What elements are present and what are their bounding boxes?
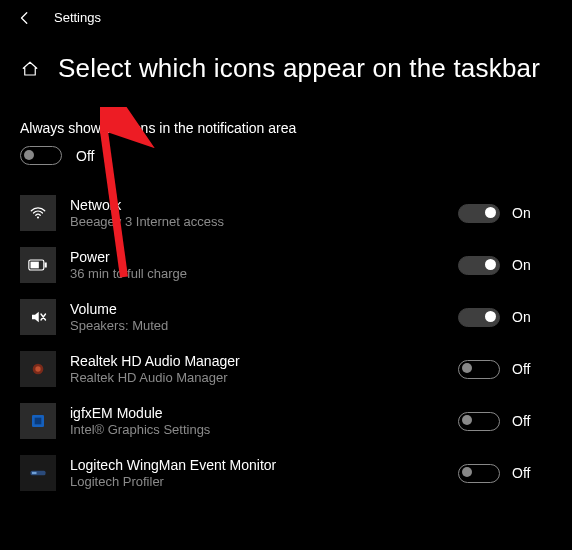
realtek-icon: [20, 351, 56, 387]
row-toggle-wrap: On: [458, 308, 554, 327]
battery-icon: [20, 247, 56, 283]
row-subtitle: Speakers: Muted: [70, 318, 444, 333]
row-subtitle: Beeagey 3 Internet access: [70, 214, 444, 229]
master-toggle[interactable]: [20, 146, 62, 165]
row-toggle[interactable]: [458, 308, 500, 327]
row-name: Volume: [70, 301, 444, 317]
master-toggle-row: Off: [20, 146, 554, 165]
svg-rect-2: [45, 263, 47, 268]
row-name: Logitech WingMan Event Monitor: [70, 457, 444, 473]
row-subtitle: Realtek HD Audio Manager: [70, 370, 444, 385]
title-row: Select which icons appear on the taskbar: [0, 25, 572, 84]
row-toggle[interactable]: [458, 412, 500, 431]
icon-row: Power36 min to full chargeOn: [20, 239, 554, 291]
row-toggle[interactable]: [458, 256, 500, 275]
row-toggle-wrap: Off: [458, 360, 554, 379]
row-text: igfxEM ModuleIntel® Graphics Settings: [70, 405, 444, 437]
icon-row: Realtek HD Audio ManagerRealtek HD Audio…: [20, 343, 554, 395]
header-label: Settings: [54, 10, 101, 25]
icon-row: VolumeSpeakers: MutedOn: [20, 291, 554, 343]
row-text: Logitech WingMan Event MonitorLogitech P…: [70, 457, 444, 489]
row-subtitle: 36 min to full charge: [70, 266, 444, 281]
row-toggle-wrap: On: [458, 256, 554, 275]
row-name: Power: [70, 249, 444, 265]
row-subtitle: Intel® Graphics Settings: [70, 422, 444, 437]
row-toggle-state: Off: [512, 361, 530, 377]
row-toggle-wrap: Off: [458, 464, 554, 483]
wifi-icon: [20, 195, 56, 231]
settings-section: Always show all icons in the notificatio…: [0, 84, 572, 499]
svg-rect-3: [31, 262, 39, 269]
volume-mute-icon: [20, 299, 56, 335]
page-title: Select which icons appear on the taskbar: [58, 53, 540, 84]
row-name: Realtek HD Audio Manager: [70, 353, 444, 369]
master-toggle-label: Always show all icons in the notificatio…: [20, 120, 554, 136]
row-name: Network: [70, 197, 444, 213]
icon-list: NetworkBeeagey 3 Internet accessOnPower3…: [20, 187, 554, 499]
svg-rect-9: [32, 472, 37, 474]
row-toggle-state: On: [512, 257, 531, 273]
row-subtitle: Logitech Profiler: [70, 474, 444, 489]
icon-row: Logitech WingMan Event MonitorLogitech P…: [20, 447, 554, 499]
home-icon[interactable]: [20, 59, 40, 79]
row-toggle[interactable]: [458, 204, 500, 223]
svg-point-0: [37, 216, 39, 218]
row-toggle-state: On: [512, 205, 531, 221]
row-text: VolumeSpeakers: Muted: [70, 301, 444, 333]
row-text: Realtek HD Audio ManagerRealtek HD Audio…: [70, 353, 444, 385]
back-icon[interactable]: [18, 11, 32, 25]
icon-row: igfxEM ModuleIntel® Graphics SettingsOff: [20, 395, 554, 447]
row-text: Power36 min to full charge: [70, 249, 444, 281]
svg-rect-7: [35, 418, 42, 425]
header-bar: Settings: [0, 0, 572, 25]
row-toggle-state: Off: [512, 413, 530, 429]
logitech-icon: [20, 455, 56, 491]
master-toggle-state: Off: [76, 148, 94, 164]
row-toggle[interactable]: [458, 464, 500, 483]
row-toggle-wrap: Off: [458, 412, 554, 431]
svg-point-5: [35, 366, 40, 371]
row-name: igfxEM Module: [70, 405, 444, 421]
row-toggle-state: Off: [512, 465, 530, 481]
row-text: NetworkBeeagey 3 Internet access: [70, 197, 444, 229]
icon-row: NetworkBeeagey 3 Internet accessOn: [20, 187, 554, 239]
row-toggle[interactable]: [458, 360, 500, 379]
intel-icon: [20, 403, 56, 439]
row-toggle-state: On: [512, 309, 531, 325]
row-toggle-wrap: On: [458, 204, 554, 223]
